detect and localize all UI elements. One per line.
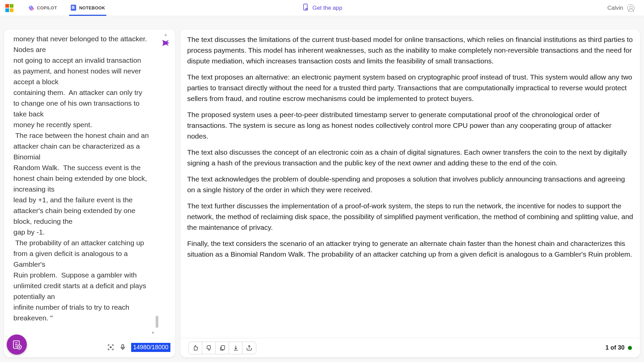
username-label: Calvin [607,5,623,11]
scroll-down-icon[interactable]: ▼ [151,330,155,335]
svg-rect-5 [122,345,124,348]
phone-download-icon [302,3,309,12]
get-the-app-link[interactable]: Get the app [302,3,342,12]
avatar-icon[interactable] [627,4,635,12]
header-tabs: COPILOT NOTEBOOK [19,0,106,16]
copilot-icon [28,5,34,11]
prompt-footer: 14980/18000 [4,337,175,357]
tab-notebook-label: NOTEBOOK [79,5,105,10]
page-indicator-label: 1 of 30 [605,344,625,351]
tab-notebook[interactable]: NOTEBOOK [69,0,107,16]
header-right: Calvin [607,4,641,12]
status-dot-icon [628,346,632,350]
export-button[interactable] [229,342,243,354]
prompt-side-controls: ▲ [156,30,175,337]
scroll-up-icon[interactable]: ▲ [164,32,168,37]
scrollbar-thumb[interactable] [156,316,158,328]
microphone-button[interactable] [119,344,126,351]
response-body: The text discusses the limitations of th… [180,30,640,338]
prompt-panel: money that never belonged to the attacke… [4,30,175,357]
response-paragraph: The proposed system uses a peer-to-peer … [187,109,633,142]
new-topic-button[interactable] [7,334,27,355]
get-the-app-label: Get the app [313,5,342,11]
prompt-area: money that never belonged to the attacke… [4,30,175,337]
response-paragraph: The text acknowledges the problem of dou… [187,174,633,195]
share-button[interactable] [243,342,256,354]
like-button[interactable] [189,342,202,354]
visual-search-button[interactable] [107,344,114,351]
tab-copilot[interactable]: COPILOT [27,0,58,16]
response-panel: The text discusses the limitations of th… [180,30,640,357]
send-button[interactable] [161,38,170,49]
svg-point-4 [110,347,111,348]
notebook-icon [70,5,76,11]
microsoft-logo-icon [5,4,13,12]
character-count: 14980/18000 [131,343,170,352]
response-paragraph: The text proposes an alternative: an ele… [187,72,633,104]
response-paragraph: The text discusses the limitations of th… [187,34,633,66]
svg-rect-6 [221,346,224,350]
app-header: COPILOT NOTEBOOK Get the app Calvin [0,0,644,16]
workspace: money that never belonged to the attacke… [0,16,644,362]
tab-copilot-label: COPILOT [37,5,57,10]
dislike-button[interactable] [202,342,216,354]
copy-button[interactable] [216,342,229,354]
response-paragraph: The text also discusses the concept of a… [187,147,633,168]
response-footer: 1 of 30 [180,338,640,357]
header-center: Get the app [302,3,342,12]
prompt-textarea[interactable]: money that never belonged to the attacke… [4,30,156,337]
response-paragraph: The text further discusses the implement… [187,201,633,233]
response-actions [189,342,256,354]
page-indicator: 1 of 30 [605,344,632,351]
response-paragraph: Finally, the text considers the scenario… [187,238,633,260]
